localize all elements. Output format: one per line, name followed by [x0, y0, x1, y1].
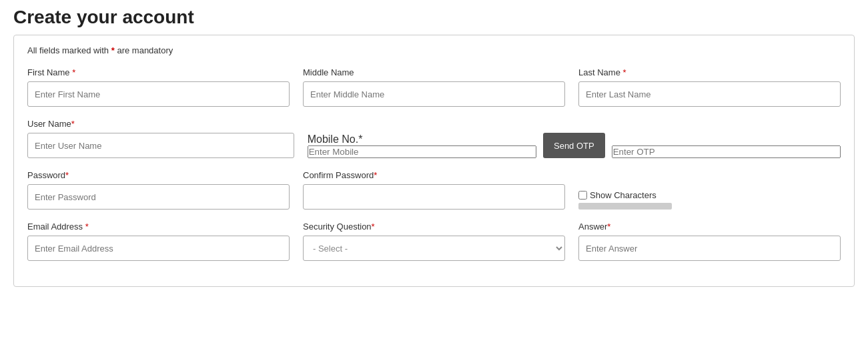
otp-input-wrap: [612, 145, 841, 158]
answer-required: *: [607, 222, 610, 232]
mobile-input[interactable]: [308, 145, 536, 158]
confirm-password-input[interactable]: [303, 184, 565, 210]
last-name-label: Last Name *: [578, 67, 841, 77]
middle-name-input[interactable]: [303, 81, 565, 107]
security-question-select[interactable]: - Select -: [303, 236, 565, 261]
mandatory-note-suffix: are mandatory: [117, 45, 173, 55]
first-name-group: First Name *: [27, 67, 290, 107]
answer-label: Answer*: [578, 222, 841, 232]
row-password: Password* Confirm Password* Show Charact…: [27, 170, 841, 210]
last-name-group: Last Name *: [578, 67, 841, 107]
email-label: Email Address *: [27, 222, 290, 232]
first-name-label: First Name *: [27, 67, 290, 77]
send-otp-button[interactable]: Send OTP: [543, 133, 605, 158]
show-characters-group: Show Characters: [578, 170, 841, 210]
mandatory-note: All fields marked with * are mandatory: [27, 45, 841, 55]
answer-group: Answer*: [578, 222, 841, 261]
user-name-required: *: [71, 119, 75, 129]
security-question-group: Security Question* - Select -: [303, 222, 565, 261]
confirm-password-group: Confirm Password*: [303, 170, 565, 210]
user-name-group: User Name*: [27, 119, 294, 158]
confirm-password-label: Confirm Password*: [303, 170, 565, 180]
password-group: Password*: [27, 170, 290, 210]
mandatory-asterisk: *: [111, 45, 115, 55]
password-input[interactable]: [27, 184, 290, 210]
mobile-input-wrap: Mobile No.*: [308, 133, 536, 158]
show-characters-text: Show Characters: [590, 190, 657, 200]
user-name-input[interactable]: [27, 133, 294, 158]
mobile-label: Mobile No.*: [308, 133, 536, 145]
first-name-input[interactable]: [27, 81, 290, 107]
password-strength-bar: [578, 203, 672, 210]
show-characters-checkbox[interactable]: [578, 191, 587, 200]
confirm-password-required: *: [374, 170, 377, 180]
email-group: Email Address *: [27, 222, 290, 261]
mobile-required: *: [358, 133, 362, 145]
security-question-label: Security Question*: [303, 222, 565, 232]
user-name-label: User Name*: [27, 119, 294, 129]
last-name-required: *: [620, 67, 626, 77]
form-container: All fields marked with * are mandatory F…: [13, 35, 855, 287]
password-label: Password*: [27, 170, 290, 180]
show-characters-label[interactable]: Show Characters: [578, 190, 841, 200]
first-name-required: *: [70, 67, 76, 77]
middle-name-group: Middle Name: [303, 67, 565, 107]
row-username-mobile: User Name* Mobile No.* Send OTP: [27, 119, 841, 158]
mandatory-note-text: All fields marked with: [27, 45, 109, 55]
email-required: *: [83, 222, 89, 232]
page-title: Create your account: [13, 7, 855, 28]
row-email-security: Email Address * Security Question* - Sel…: [27, 222, 841, 261]
row-names: First Name * Middle Name Last Name *: [27, 67, 841, 107]
middle-name-label: Middle Name: [303, 67, 565, 77]
mobile-group: Mobile No.* Send OTP: [308, 119, 841, 158]
answer-input[interactable]: [578, 236, 841, 261]
last-name-input[interactable]: [578, 81, 841, 107]
password-required: *: [65, 170, 69, 180]
email-input[interactable]: [27, 236, 290, 261]
security-question-required: *: [372, 222, 375, 232]
otp-input[interactable]: [612, 145, 841, 158]
